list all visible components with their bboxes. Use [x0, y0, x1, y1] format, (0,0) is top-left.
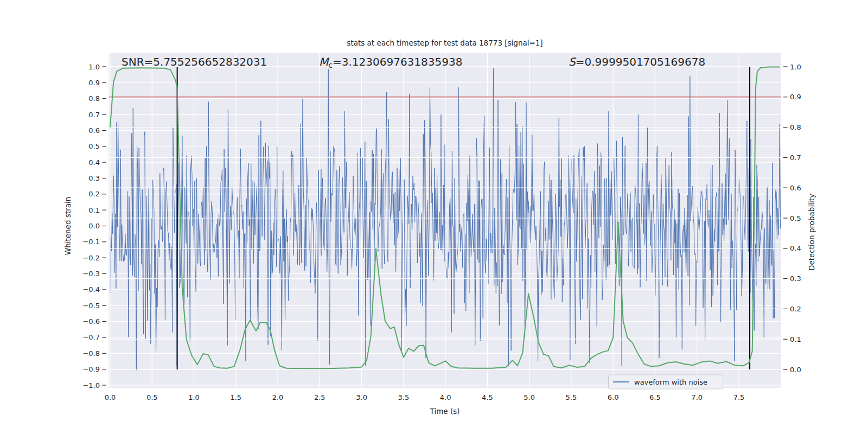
left-y-tick-label: 0.1 [88, 206, 100, 214]
x-tick-label: 0.0 [105, 393, 116, 401]
legend-label: waveform with noise [634, 378, 707, 386]
x-tick-label: 0.5 [146, 393, 158, 401]
left-y-tick-label: −0.3 [82, 270, 100, 278]
left-y-tick-label: −0.9 [82, 365, 100, 373]
chirp-mass-annotation: Mc=3.1230697631835938 [319, 55, 462, 69]
stats-chart: 0.00.51.01.52.02.53.03.54.04.55.05.56.06… [0, 0, 868, 434]
left-y-tick-label: −0.6 [82, 317, 100, 326]
right-y-tick-label: 0.1 [790, 335, 801, 343]
x-tick-label: 6.0 [608, 393, 619, 401]
x-tick-label: 4.5 [482, 393, 493, 401]
x-tick-label: 6.5 [649, 393, 661, 401]
left-y-tick-label: 0.3 [88, 174, 100, 182]
x-tick-label: 4.0 [440, 393, 451, 401]
chart-title: stats at each timestep for test data 187… [347, 39, 542, 47]
left-y-tick-label: 1.0 [88, 63, 100, 71]
x-tick-label: 1.5 [230, 393, 241, 401]
chirp-mass-symbol: M [319, 55, 329, 68]
x-tick-label: 2.0 [272, 393, 284, 401]
x-tick-label: 5.5 [566, 393, 577, 401]
right-y-tick-label: 0.0 [790, 366, 801, 374]
right-y-tick-label: 0.3 [790, 275, 801, 283]
x-tick-label: 7.5 [733, 393, 745, 401]
x-tick-label: 5.0 [524, 393, 535, 401]
left-y-tick-label: 0.2 [88, 190, 100, 198]
x-tick-label: 3.0 [356, 393, 367, 401]
significance-value: =0.9999501705169678 [576, 55, 705, 68]
right-y-tick-label: 0.9 [790, 93, 801, 101]
right-y-tick-label: 0.8 [790, 123, 801, 131]
significance-annotation: S=0.9999501705169678 [569, 55, 705, 68]
chirp-mass-subscript: c [328, 61, 333, 69]
right-y-tick-label: 0.5 [790, 214, 801, 222]
left-y-tick-label: −0.8 [82, 349, 100, 358]
left-y-tick-label: −0.5 [82, 302, 100, 310]
left-y-tick-label: 0.9 [88, 79, 100, 87]
left-y-tick-label: −1.0 [82, 381, 100, 390]
x-tick-label: 2.5 [314, 393, 326, 401]
left-y-tick-label: 0.8 [88, 94, 100, 103]
x-tick-label: 1.0 [188, 393, 200, 401]
left-y-tick-label: −0.2 [82, 254, 100, 262]
figure: 0.00.51.01.52.02.53.03.54.04.55.05.56.06… [0, 0, 868, 434]
left-y-tick-label: −0.1 [82, 238, 100, 246]
x-axis-label: Time (s) [430, 407, 460, 416]
left-y-axis-label: Whitened strain [63, 197, 72, 255]
right-y-tick-label: 0.7 [790, 154, 801, 162]
x-tick-label: 7.0 [691, 393, 703, 401]
left-y-tick-label: 0.6 [88, 126, 100, 135]
right-y-tick-label: 0.4 [790, 244, 801, 252]
left-y-tick-label: 0.0 [88, 222, 100, 230]
right-y-tick-label: 1.0 [790, 63, 801, 71]
chirp-mass-value: =3.1230697631835938 [333, 55, 462, 68]
left-y-tick-label: 0.5 [88, 142, 100, 150]
left-y-tick-label: 0.7 [88, 111, 100, 119]
right-y-axis-label: Detection probability [807, 194, 816, 271]
left-y-tick-label: 0.4 [88, 158, 100, 167]
snr-annotation: SNR=5.755256652832031 [122, 55, 267, 68]
x-tick-label: 3.5 [398, 393, 410, 401]
right-y-tick-label: 0.2 [790, 305, 801, 313]
right-y-tick-label: 0.6 [790, 184, 801, 192]
left-y-tick-label: −0.4 [82, 285, 100, 293]
left-y-tick-label: −0.7 [82, 333, 100, 341]
legend: waveform with noise [609, 375, 723, 389]
